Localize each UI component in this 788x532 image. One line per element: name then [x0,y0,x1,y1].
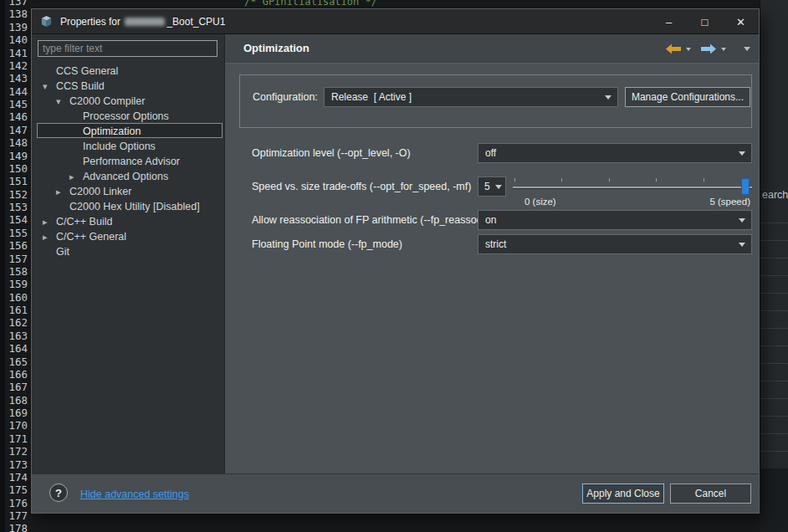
tree-item-git[interactable]: Git [37,243,223,258]
tree-item-include-options[interactable]: Include Options [37,138,223,153]
help-button[interactable]: ? [49,483,68,502]
line-number: 156 [0,239,28,252]
back-history-dropdown-icon[interactable] [686,48,691,51]
tree-item-processor-options[interactable]: Processor Options [37,108,223,123]
line-number: 138 [0,8,28,20]
minimize-button[interactable]: – [651,9,687,34]
cancel-button[interactable]: Cancel [670,483,751,504]
background-right-rows [760,206,788,467]
speed-size-value: 5 [484,181,490,192]
forward-history-dropdown-icon[interactable] [721,48,726,51]
fp-reassoc-value: on [485,214,496,226]
tree-item-c-c-build[interactable]: ▸C/C++ Build [37,213,223,228]
speed-size-select[interactable]: 5 [478,176,506,197]
line-number: 154 [0,213,28,226]
fp-reassoc-row: Allow reassociation of FP arithmetic (--… [225,210,759,230]
filter-input[interactable] [38,40,217,57]
tree-item-performance-advisor[interactable]: Performance Advisor [37,153,223,168]
tree-item-ccs-general[interactable]: CCS General [37,63,223,78]
slider-max-label: 5 (speed) [709,197,750,208]
page-title: Optimization [243,34,310,63]
line-number: 143 [0,72,28,84]
line-number: 170 [0,419,28,432]
optimization-level-value: off [485,147,496,159]
code-line-bottom: BSP_IO_FUNCT_D_OUT_PP_INIT_0, /* u8IOFun… [46,519,372,532]
tree-item-label: C2000 Linker [69,186,131,197]
hide-advanced-settings-link[interactable]: Hide advanced settings [80,474,189,514]
collapsed-arrow-icon[interactable]: ▸ [56,184,69,199]
speed-size-slider[interactable] [513,176,752,197]
line-number: 162 [0,316,28,329]
fp-mode-label: Floating Point mode (--fp_mode) [252,234,402,254]
chevron-down-icon [739,218,745,223]
line-number: 155 [0,227,28,239]
tree-item-c2000-hex-utility-disabled[interactable]: C2000 Hex Utility [Disabled] [37,198,223,213]
line-number: 137 [0,0,28,8]
line-number: 169 [0,407,28,419]
tree-item-label: Optimization [83,125,141,137]
optimization-level-select[interactable]: off [478,143,752,163]
tree-item-optimization[interactable]: Optimization [37,123,223,138]
fp-reassoc-select[interactable]: on [478,210,752,230]
chevron-down-icon [739,243,745,247]
line-number: 163 [0,330,28,342]
forward-button[interactable] [700,43,717,54]
tree-item-ccs-build[interactable]: ▾CCS Build [37,78,223,93]
tree-item-c2000-compiler[interactable]: ▾C2000 Compiler [37,93,223,108]
line-number: 153 [0,201,28,213]
close-button[interactable]: ✕ [723,9,759,34]
chevron-down-icon [739,151,745,156]
line-number: 142 [0,59,28,72]
optimization-level-label: Optimization level (--opt_level, -O) [252,143,411,163]
tree-item-advanced-options[interactable]: ▸Advanced Options [37,168,223,183]
page-header: Optimization [225,34,759,64]
configuration-group: Configuration: Release [ Active ] Manage… [239,74,752,128]
settings-panel: Optimization Config [225,34,759,473]
tree-item-label: C/C++ Build [56,216,112,228]
code-comment-top: /* GPinitialisation */ [244,0,377,8]
slider-handle[interactable] [741,178,750,195]
tree-item-label: Processor Options [83,110,169,122]
expanded-arrow-icon[interactable]: ▾ [56,94,69,109]
tree-item-label: Advanced Options [83,171,168,182]
line-number: 144 [0,85,28,98]
fp-mode-row: Floating Point mode (--fp_mode) strict [225,234,759,254]
dialog-titlebar[interactable]: Properties for _Boot_CPU1 – □ ✕ [32,9,759,34]
properties-dialog-icon [40,15,53,28]
properties-tree: CCS General▾CCS Build▾C2000 CompilerProc… [37,63,223,258]
collapsed-arrow-icon[interactable]: ▸ [43,229,56,244]
line-number: 175 [0,483,28,496]
back-button[interactable] [665,43,682,54]
optimization-level-row: Optimization level (--opt_level, -O) off [225,143,759,163]
line-number: 141 [0,47,28,59]
tree-item-label: CCS Build [56,80,105,92]
tree-item-label: Git [56,246,69,258]
line-number: 157 [0,253,28,265]
line-number: 140 [0,33,28,46]
line-number: 150 [0,162,28,175]
line-number: 172 [0,445,28,458]
tree-item-c2000-linker[interactable]: ▸C2000 Linker [37,183,223,198]
maximize-button[interactable]: □ [687,9,723,34]
view-menu-icon[interactable] [744,47,750,51]
expanded-arrow-icon[interactable]: ▾ [43,79,56,94]
apply-and-close-button[interactable]: Apply and Close [582,483,664,504]
line-number: 149 [0,150,28,162]
tree-item-label: C2000 Compiler [69,95,145,107]
speed-size-label: Speed vs. size trade-offs (--opt_for_spe… [252,176,471,197]
dialog-title: Properties for _Boot_CPU1 [60,16,225,28]
tree-panel: CCS General▾CCS Build▾C2000 CompilerProc… [32,34,225,473]
line-number: 177 [0,509,28,522]
tree-item-label: Include Options [83,141,156,152]
collapsed-arrow-icon[interactable]: ▸ [43,214,56,229]
line-number: 139 [0,21,28,33]
line-number: 168 [0,394,28,407]
collapsed-arrow-icon[interactable]: ▸ [69,169,83,184]
configuration-select[interactable]: Release [ Active ] [324,87,618,107]
line-number: 151 [0,175,28,187]
line-number: 164 [0,342,28,355]
fp-mode-select[interactable]: strict [478,234,752,254]
line-number: 178 [0,522,28,532]
tree-item-c-c-general[interactable]: ▸C/C++ General [37,228,223,243]
manage-configurations-button[interactable]: Manage Configurations... [625,87,750,107]
